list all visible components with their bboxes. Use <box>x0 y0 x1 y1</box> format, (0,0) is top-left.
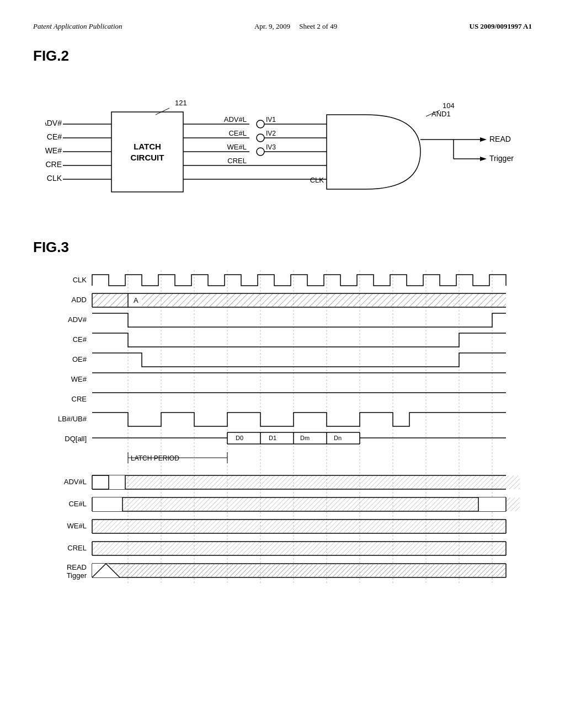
svg-rect-76 <box>92 293 128 307</box>
svg-text:A: A <box>134 296 138 304</box>
svg-text:ADV#L: ADV#L <box>224 115 247 124</box>
date: Apr. 9, 2009 <box>254 22 290 30</box>
svg-rect-113 <box>109 475 125 489</box>
svg-text:CE#L: CE#L <box>228 129 247 137</box>
svg-text:CE#L: CE#L <box>68 500 87 508</box>
fig2-diagram: ADV# CE# WE# CRE CLK LATCH CIRCUIT 121 <box>45 73 520 206</box>
fig3-diagram: CLK ADD ADV# CE# OE# WE# CRE LB#/UB# DQ[… <box>45 265 520 662</box>
svg-point-27 <box>257 134 264 142</box>
svg-rect-123 <box>478 497 506 511</box>
svg-text:DQ[all]: DQ[all] <box>65 435 87 443</box>
svg-rect-109 <box>92 475 520 489</box>
svg-rect-128 <box>92 520 506 533</box>
svg-text:LB#/UB#: LB#/UB# <box>58 415 87 423</box>
svg-point-25 <box>257 120 264 128</box>
svg-text:CREL: CREL <box>67 544 87 552</box>
svg-text:ADV#: ADV# <box>45 119 62 127</box>
fig2-container: FIG.2 ADV# CE# WE# CRE CLK LATCH CIRCUIT… <box>33 47 532 206</box>
svg-text:ADD: ADD <box>72 296 87 304</box>
svg-text:D0: D0 <box>236 435 243 441</box>
svg-text:OE#: OE# <box>72 355 87 363</box>
svg-text:CLK: CLK <box>73 276 87 284</box>
svg-text:IV2: IV2 <box>266 130 276 137</box>
svg-rect-144 <box>120 564 506 577</box>
svg-text:D1: D1 <box>269 435 276 441</box>
fig2-label: FIG.2 <box>33 47 532 65</box>
svg-text:ADV#L: ADV#L <box>64 478 87 486</box>
svg-text:Dn: Dn <box>334 435 342 441</box>
svg-point-29 <box>257 148 264 156</box>
fig3-container: FIG.3 CLK ADD ADV# CE# OE# W <box>33 239 532 662</box>
svg-rect-10 <box>111 112 183 192</box>
svg-text:CE#: CE# <box>73 335 87 344</box>
svg-rect-119 <box>92 497 520 511</box>
svg-text:CREL: CREL <box>227 157 247 165</box>
svg-text:WE#: WE# <box>45 146 62 155</box>
svg-text:IV3: IV3 <box>266 143 276 151</box>
svg-rect-112 <box>92 475 109 489</box>
page: Patent Application Publication Apr. 9, 2… <box>0 0 565 728</box>
svg-text:CE#: CE# <box>47 132 62 141</box>
svg-rect-122 <box>92 497 122 511</box>
svg-text:CRE: CRE <box>72 395 87 403</box>
svg-text:CLK: CLK <box>310 176 324 184</box>
svg-rect-81 <box>142 293 506 307</box>
svg-text:CLK: CLK <box>47 174 62 183</box>
svg-text:LATCH PERIOD: LATCH PERIOD <box>131 454 179 462</box>
svg-text:121: 121 <box>175 99 187 107</box>
publication-label: Patent Application Publication <box>33 22 122 31</box>
svg-rect-133 <box>92 542 506 555</box>
date-sheet: Apr. 9, 2009 Sheet 2 of 49 <box>254 22 337 31</box>
svg-text:Dm: Dm <box>300 435 310 441</box>
patent-number: US 2009/0091997 A1 <box>470 22 532 31</box>
svg-text:CIRCUIT: CIRCUIT <box>131 153 164 162</box>
page-header: Patent Application Publication Apr. 9, 2… <box>33 22 532 31</box>
svg-text:IV1: IV1 <box>266 116 276 124</box>
svg-text:WE#L: WE#L <box>67 522 87 530</box>
svg-text:WE#L: WE#L <box>227 143 247 151</box>
svg-text:WE#: WE# <box>71 375 87 383</box>
svg-text:ADV#: ADV# <box>68 315 87 324</box>
svg-text:LATCH: LATCH <box>134 142 161 151</box>
svg-text:READ: READ <box>67 563 87 571</box>
svg-marker-40 <box>480 137 487 142</box>
svg-text:104: 104 <box>443 101 455 110</box>
svg-text:AND1: AND1 <box>431 110 451 118</box>
sheet-info: Sheet 2 of 49 <box>299 22 337 30</box>
svg-text:READ: READ <box>489 135 511 143</box>
fig3-label: FIG.3 <box>33 239 532 256</box>
svg-text:Tigger: Tigger <box>67 571 87 580</box>
svg-text:Trigger: Trigger <box>489 154 514 163</box>
svg-marker-44 <box>480 157 487 161</box>
svg-text:CRE: CRE <box>45 160 62 169</box>
